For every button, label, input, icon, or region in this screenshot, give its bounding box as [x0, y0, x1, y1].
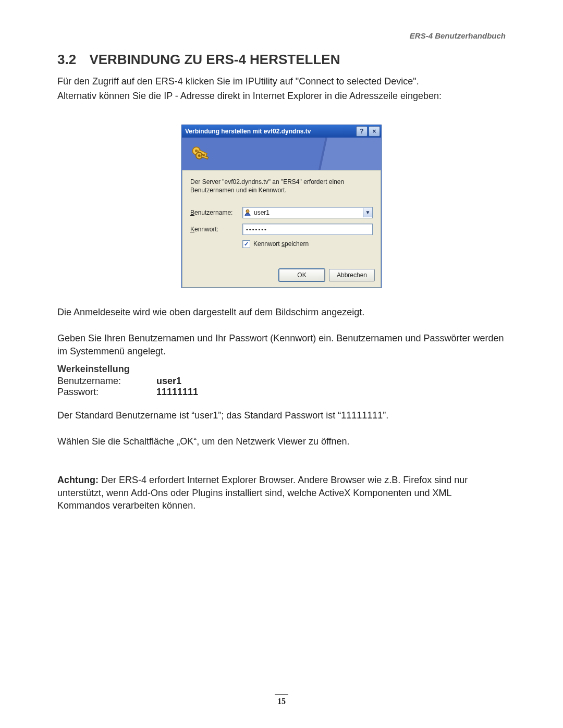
dialog-banner — [182, 138, 381, 170]
username-label: Benutzername: — [190, 209, 242, 216]
warning-text: Der ERS-4 erfordert Internet Explorer Br… — [57, 475, 468, 511]
svg-point-7 — [246, 209, 249, 213]
section-number: 3.2 — [57, 52, 76, 67]
help-button[interactable]: ? — [356, 126, 368, 137]
default-user-label: Benutzername: — [57, 376, 156, 387]
after-dialog-p2: Geben Sie Ihren Benutzernamen und Ihr Pa… — [57, 332, 506, 357]
after-dialog-p1: Die Anmeldeseite wird wie oben dargestel… — [57, 306, 506, 318]
default-user-value: user1 — [156, 376, 181, 387]
warning-label: Achtung: — [57, 475, 99, 485]
keys-icon — [188, 142, 212, 166]
banner-decor — [316, 138, 381, 170]
dialog-titlebar[interactable]: Verbindung herstellen mit evf02.dyndns.t… — [182, 125, 381, 138]
note-press-ok: Wählen Sie die Schaltfläche „OK“, um den… — [57, 435, 506, 448]
warning-paragraph: Achtung: Der ERS-4 erfordert Internet Ex… — [57, 474, 506, 512]
default-pass-value: 11111111 — [156, 387, 198, 398]
section-heading: 3.2 VERBINDUNG ZU ERS-4 HERSTELLEN — [57, 52, 506, 68]
password-value: ••••••• — [246, 226, 267, 232]
svg-point-1 — [195, 149, 198, 152]
running-header: ERS-4 Benutzerhandbuch — [57, 31, 506, 40]
svg-point-5 — [198, 154, 201, 157]
close-button[interactable]: × — [369, 126, 380, 137]
dialog-info-text: Der Server "evf02.dyndns.tv" an "ERS4" e… — [190, 178, 373, 194]
password-label: Kennwort: — [190, 226, 242, 233]
auth-dialog: Verbindung herstellen mit evf02.dyndns.t… — [181, 125, 382, 288]
ok-button[interactable]: OK — [279, 269, 325, 281]
cancel-button[interactable]: Abbrechen — [329, 269, 375, 281]
dialog-title: Verbindung herstellen mit evf02.dyndns.t… — [185, 128, 355, 135]
username-input[interactable]: user1 ▼ — [242, 207, 373, 218]
intro-line-2: Alternativ können Sie die IP - Adresse d… — [57, 90, 506, 102]
intro-line-1: Für den Zugriff auf den ERS-4 klicken Si… — [57, 75, 506, 88]
default-pass-label: Passwort: — [57, 387, 156, 398]
page-number: 15 — [0, 697, 563, 706]
page-number-rule — [275, 694, 288, 695]
section-title-text: VERBINDUNG ZU ERS-4 HERSTELLEN — [89, 52, 340, 67]
remember-checkbox[interactable]: ✓ — [242, 240, 250, 248]
note-default-creds: Der Standard Benutzername ist “user1”; d… — [57, 409, 506, 422]
username-value: user1 — [252, 209, 363, 216]
remember-label: Kennwort speichern — [253, 240, 309, 248]
password-input[interactable]: ••••••• — [242, 224, 373, 235]
user-icon — [243, 208, 252, 217]
defaults-heading: Werkeinstellung — [57, 364, 506, 375]
chevron-down-icon[interactable]: ▼ — [363, 208, 372, 217]
